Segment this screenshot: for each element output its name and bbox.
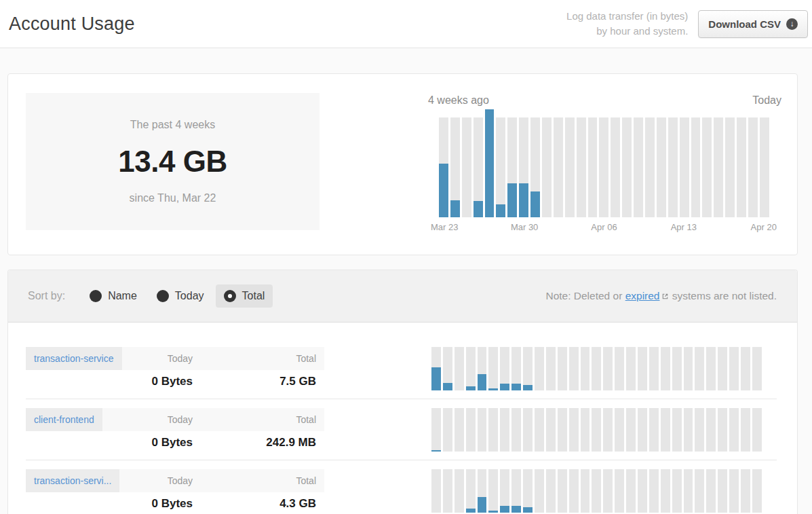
chart-bar (558, 347, 567, 390)
chart-bar (748, 117, 758, 217)
today-column-header: Today (168, 469, 193, 492)
chart-bar (455, 347, 464, 390)
chart-bar (554, 117, 563, 217)
summary-period-label: The past 4 weeks (130, 119, 215, 131)
chart-bar (760, 117, 769, 217)
chart-bar (661, 469, 670, 513)
chart-bar (741, 469, 750, 513)
chart-bar (455, 469, 464, 513)
download-csv-label: Download CSV (708, 18, 781, 30)
page-header: Account Usage Log data transfer (in byte… (0, 0, 812, 48)
x-axis-tick: Apr 20 (751, 222, 777, 232)
chart-start-label: 4 weeks ago (428, 93, 489, 108)
radio-icon (157, 290, 169, 302)
chart-bar (581, 408, 590, 452)
chart-bar (672, 469, 682, 513)
sort-option-total[interactable]: Total (216, 284, 273, 308)
chart-end-label: Today (752, 93, 781, 108)
chart-bar (450, 117, 460, 217)
chart-bar (581, 347, 590, 390)
system-name-link[interactable]: client-frontend (26, 408, 102, 431)
chart-bar (439, 117, 448, 217)
row-header-band: client-frontend Today Total (26, 408, 324, 431)
chart-bar (488, 469, 498, 513)
chart-bar (569, 408, 579, 452)
chart-bar (478, 347, 487, 390)
chart-bar (638, 347, 647, 390)
chart-bar (478, 469, 487, 513)
total-value: 7.5 GB (279, 375, 316, 388)
sort-option-name[interactable]: Name (81, 284, 145, 308)
systems-note: Note: Deleted or expired systems are not… (545, 290, 777, 302)
note-suffix: systems are not listed. (669, 290, 777, 301)
chart-bar (485, 117, 495, 217)
chart-bar (737, 117, 746, 217)
chart-bar (615, 469, 624, 513)
chart-bar (718, 469, 727, 513)
chart-bar (684, 347, 693, 390)
overview-panel: The past 4 weeks 13.4 GB since Thu, Mar … (7, 73, 798, 255)
page-subtitle: Log data transfer (in bytes) by hour and… (566, 9, 688, 39)
chart-bar (535, 408, 544, 452)
chart-bar (706, 408, 716, 452)
today-column-header: Today (168, 408, 193, 431)
chart-bar (546, 347, 556, 390)
chart-bar (706, 469, 716, 513)
row-values: 0 Bytes 7.5 GB (26, 370, 324, 392)
chart-bar (672, 408, 682, 452)
usage-overview-chart: 4 weeks ago Today Mar 23 Mar 30 Apr 06 A… (428, 93, 781, 234)
sort-by-label: Sort by: (28, 290, 65, 302)
system-usage-chart (431, 469, 762, 513)
chart-bar (462, 117, 471, 217)
note-prefix: Note: Deleted or (545, 290, 625, 301)
systems-panel: Sort by: Name Today Total Note: Deleted … (7, 270, 798, 514)
chart-bar (592, 469, 601, 513)
row-values: 0 Bytes 242.9 MB (26, 431, 324, 453)
overview-bar-plot (439, 117, 769, 217)
chart-bar (546, 408, 556, 452)
summary-total-value: 13.4 GB (118, 145, 227, 179)
summary-since-label: since Thu, Mar 22 (130, 192, 216, 204)
chart-bar (695, 408, 704, 452)
chart-bar (546, 469, 556, 513)
chart-bar (691, 117, 701, 217)
chart-bar (511, 408, 521, 452)
row-left-block: transaction-servi... Today Total 0 Bytes… (26, 469, 324, 514)
sort-option-today[interactable]: Today (149, 284, 212, 308)
chart-bar (478, 408, 487, 452)
sort-option-total-label: Total (242, 290, 265, 302)
chart-bar (718, 408, 727, 452)
chart-bar (523, 347, 533, 390)
chart-bar (500, 347, 509, 390)
expired-link[interactable]: expired (625, 290, 660, 301)
chart-bar (443, 408, 452, 452)
chart-bar (488, 347, 498, 390)
chart-bar (530, 117, 540, 217)
system-name-link[interactable]: transaction-service (26, 347, 122, 370)
chart-bar (535, 347, 544, 390)
download-csv-button[interactable]: Download CSV (698, 10, 808, 38)
chart-bar (603, 347, 613, 390)
chart-bar (661, 347, 670, 390)
x-axis-tick: Mar 23 (431, 222, 458, 232)
chart-bar (443, 347, 452, 390)
chart-bar (626, 408, 636, 452)
chart-bar (725, 117, 735, 217)
row-values: 0 Bytes 4.3 GB (26, 492, 324, 514)
system-name-link[interactable]: transaction-servi... (26, 469, 119, 492)
chart-bar (680, 117, 689, 217)
chart-bar (558, 408, 567, 452)
chart-bar (542, 117, 552, 217)
chart-bar (611, 117, 620, 217)
chart-bar (466, 347, 476, 390)
chart-bar (668, 117, 678, 217)
page-subtitle-line1: Log data transfer (in bytes) (566, 9, 688, 24)
chart-bar (519, 117, 528, 217)
chart-bar (649, 469, 659, 513)
chart-bar (718, 347, 727, 390)
chart-bar (729, 408, 739, 452)
table-row: transaction-service Today Total 0 Bytes … (8, 338, 797, 399)
chart-bar (569, 347, 579, 390)
row-left-block: client-frontend Today Total 0 Bytes 242.… (26, 408, 324, 453)
system-usage-chart (431, 347, 762, 390)
